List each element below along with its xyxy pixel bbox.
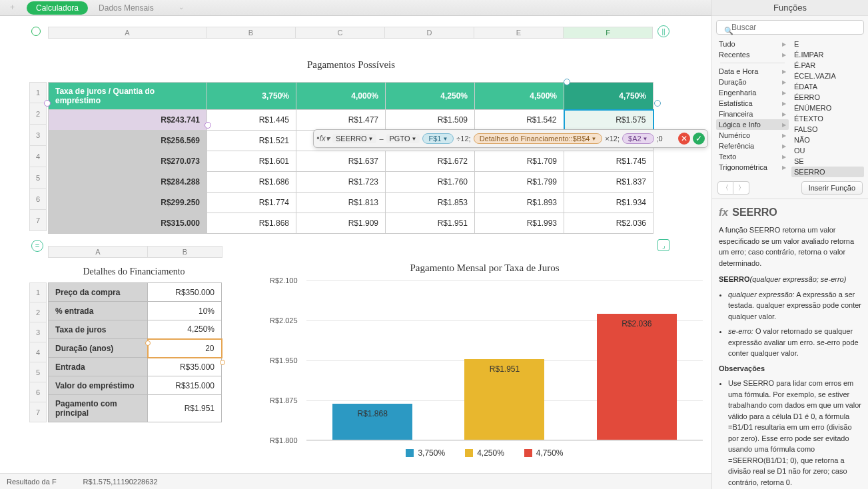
- cell[interactable]: 4,750%: [564, 83, 653, 110]
- row-header[interactable]: 1: [29, 82, 47, 103]
- cell[interactable]: R$256.569: [49, 131, 207, 151]
- cell[interactable]: R$1.709: [475, 151, 564, 172]
- category-item[interactable]: Tudo▶: [716, 39, 789, 49]
- row-header[interactable]: 4: [29, 342, 47, 362]
- cancel-formula-button[interactable]: ✕: [678, 133, 690, 145]
- selection-handle[interactable]: [205, 122, 211, 129]
- cell[interactable]: R$1.799: [475, 172, 564, 193]
- cell[interactable]: R$315.000: [148, 376, 222, 395]
- formula-ref[interactable]: Detalhes do Financiamento::$B$4▼: [474, 133, 603, 144]
- row-header[interactable]: 5: [29, 362, 47, 382]
- cell[interactable]: Taxa de juros / Quantia do empréstimo: [49, 83, 207, 110]
- category-item[interactable]: Recentes▶: [716, 49, 789, 60]
- table-corner-icon[interactable]: ⌟: [657, 239, 669, 251]
- cell[interactable]: R$35.000: [148, 358, 222, 376]
- cell[interactable]: 4,000%: [296, 83, 386, 110]
- col-header[interactable]: C: [296, 27, 385, 39]
- selection-handle[interactable]: [564, 79, 570, 85]
- cell[interactable]: 4,250%: [148, 320, 222, 339]
- row-header[interactable]: 6: [29, 382, 47, 402]
- function-item[interactable]: OU: [791, 145, 864, 156]
- cell[interactable]: 4,250%: [386, 83, 475, 110]
- category-item[interactable]: Estatística▶: [716, 98, 789, 109]
- search-input[interactable]: [716, 20, 864, 35]
- category-item[interactable]: Duração▶: [716, 77, 789, 87]
- cell[interactable]: R$1.672: [386, 151, 475, 172]
- row-header[interactable]: 1: [29, 282, 47, 302]
- col-header[interactable]: B: [207, 27, 296, 39]
- cell[interactable]: 10%: [148, 302, 222, 320]
- tab-calculadora[interactable]: Calculadora: [27, 1, 88, 15]
- selection-handle[interactable]: [44, 100, 51, 107]
- cell[interactable]: R$1.934: [564, 193, 653, 213]
- cell[interactable]: R$1.509: [386, 110, 475, 131]
- selected-cell[interactable]: R$1.575: [564, 110, 653, 131]
- cell[interactable]: R$1.909: [296, 213, 386, 234]
- row-header[interactable]: 5: [29, 167, 47, 189]
- add-sheet-icon[interactable]: +: [10, 3, 15, 12]
- function-item[interactable]: É.IMPAR: [791, 49, 864, 60]
- fx-icon[interactable]: • fx ▾: [316, 132, 330, 145]
- cell[interactable]: R$1.774: [207, 193, 296, 213]
- function-item[interactable]: E: [791, 39, 864, 49]
- cell[interactable]: R$1.868: [207, 213, 296, 234]
- row-header[interactable]: 2: [29, 103, 47, 125]
- cell[interactable]: R$1.521: [207, 131, 296, 151]
- row-header[interactable]: 7: [29, 210, 47, 231]
- row-header[interactable]: 4: [29, 146, 47, 167]
- cell[interactable]: % entrada: [49, 302, 148, 320]
- cell[interactable]: R$1.853: [386, 193, 475, 213]
- col-header[interactable]: F: [564, 27, 653, 39]
- tab-dados-mensais[interactable]: Dados Mensais: [89, 1, 163, 15]
- category-item[interactable]: Lógica e Info▶: [716, 119, 789, 130]
- cell[interactable]: R$1.837: [564, 172, 653, 193]
- category-item[interactable]: Trigonométrica▶: [716, 162, 789, 173]
- col-pause-icon[interactable]: ||: [657, 25, 669, 37]
- table-anchor-icon[interactable]: [31, 27, 41, 36]
- col-header[interactable]: E: [474, 27, 564, 39]
- cell[interactable]: 3,750%: [207, 83, 296, 110]
- cell[interactable]: R$1.686: [207, 172, 296, 193]
- cell[interactable]: R$270.073: [49, 151, 207, 172]
- category-item[interactable]: Texto▶: [716, 151, 789, 162]
- row-header[interactable]: 7: [29, 402, 47, 422]
- formula-func[interactable]: PGTO▼: [386, 134, 420, 143]
- formula-ref[interactable]: $A2▼: [622, 133, 654, 144]
- function-item[interactable]: NÃO: [791, 135, 864, 145]
- cell[interactable]: R$1.445: [207, 110, 296, 131]
- col-header[interactable]: B: [148, 246, 222, 258]
- cell[interactable]: 4,500%: [475, 83, 564, 110]
- category-item[interactable]: Data e Hora▶: [716, 66, 789, 77]
- cell[interactable]: R$1.951: [148, 395, 222, 422]
- cell[interactable]: Entrada: [49, 358, 148, 376]
- cell[interactable]: Taxa de juros: [49, 320, 148, 339]
- cell[interactable]: 20: [148, 339, 222, 358]
- col-header[interactable]: D: [385, 27, 474, 39]
- function-item[interactable]: ÉCEL.VAZIA: [791, 71, 864, 81]
- cell[interactable]: R$315.000: [49, 213, 207, 234]
- cell[interactable]: R$1.477: [296, 110, 386, 131]
- col-header[interactable]: A: [48, 246, 148, 258]
- formula-func[interactable]: SEERRO▼: [332, 134, 376, 143]
- cell[interactable]: R$1.542: [475, 110, 564, 131]
- row-header[interactable]: 3: [29, 125, 47, 146]
- cell[interactable]: R$1.601: [207, 151, 296, 172]
- col-header[interactable]: A: [48, 27, 207, 39]
- function-item[interactable]: SE: [791, 156, 864, 167]
- function-item[interactable]: SEERRO: [791, 167, 864, 177]
- selection-handle[interactable]: [145, 340, 151, 346]
- row-header[interactable]: 2: [29, 302, 47, 322]
- function-item[interactable]: ÉDATA: [791, 81, 864, 92]
- cell[interactable]: R$1.637: [296, 151, 386, 172]
- nav-prev-button[interactable]: 〈: [717, 181, 733, 195]
- cell[interactable]: Valor do empréstimo: [49, 376, 148, 395]
- selection-handle[interactable]: [220, 360, 225, 365]
- category-item[interactable]: Engenharia▶: [716, 87, 789, 98]
- row-header[interactable]: 6: [29, 189, 47, 210]
- cell[interactable]: R$2.036: [564, 213, 653, 234]
- insert-function-button[interactable]: Inserir Função: [801, 181, 863, 195]
- function-item[interactable]: ÉERRO: [791, 92, 864, 103]
- cell[interactable]: R$1.951: [386, 213, 475, 234]
- row-header[interactable]: 3: [29, 322, 47, 342]
- cell[interactable]: R$350.000: [148, 283, 222, 302]
